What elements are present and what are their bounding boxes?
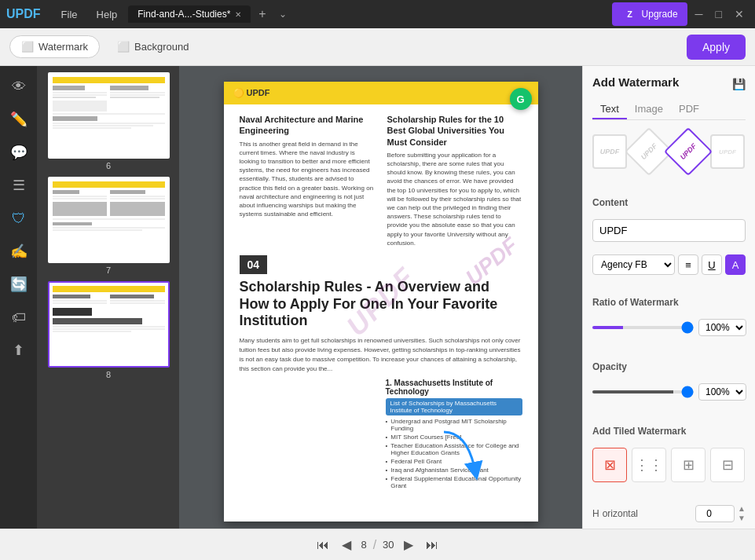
wm-style-3[interactable]: UPDF [664,127,713,176]
format-underline[interactable]: U [702,254,722,275]
doc-col-2: Scholarship Rules for the 10 Best Global… [387,114,522,247]
opacity-slider[interactable] [592,390,694,393]
tool-comment[interactable]: 💬 [5,138,33,167]
ratio-dropdown[interactable]: 100% [698,319,746,336]
page-current: 8 [361,539,366,551]
tab-dropdown-icon[interactable]: ⌄ [274,9,291,20]
nav-first[interactable]: ⏮ [313,536,332,554]
tab-pdf[interactable]: PDF [671,100,707,119]
horizontal-arrows: ▲ ▼ [738,504,746,523]
arrow-down[interactable]: ▼ [738,514,746,523]
content-input[interactable] [592,219,746,242]
user-avatar: Z [621,5,639,23]
sub-heading: 1. Massachusetts Institute of Technology [386,379,522,396]
tab-close-icon[interactable]: ✕ [235,10,241,19]
panel-save-icon[interactable]: 💾 [732,78,746,90]
tab-add-button[interactable]: + [254,7,270,21]
col2-heading: Scholarship Rules for the 10 Best Global… [387,114,522,148]
tiled-grid: ⊠ ⋮⋮ ⊞ ⊟ [592,448,746,482]
panel-tabs: Text Image PDF [592,100,746,120]
left-sidebar: 👁 ✏️ 💬 ☰ 🛡 ✍ 🔄 🏷 ⬆ [0,66,38,529]
format-color[interactable]: A [725,254,746,275]
thumbnail-6[interactable]: 6 [44,72,173,170]
body-text: Many students aim to get full scholarshi… [240,336,522,374]
apply-button[interactable]: Apply [687,35,746,60]
tool-convert[interactable]: 🔄 [5,270,33,298]
tool-edit[interactable]: ✏️ [5,105,33,134]
watermark-icon: ⬜ [21,41,34,53]
doc-logo: 🟡 UPDF [233,88,270,98]
toolbar: ⬜ Watermark ⬜ Background Apply [0,28,755,66]
tool-sign[interactable]: ✍ [5,237,33,265]
list-item-4: •Federal Pell Grant [386,458,522,465]
right-panel: Add Watermark 💾 Text Image PDF UPDF UPDF… [582,66,755,529]
horizontal-input[interactable] [695,505,735,522]
minimize-button[interactable]: ─ [691,6,708,22]
opacity-label: Opacity [592,361,746,372]
ratio-slider[interactable] [592,326,694,329]
menu-file[interactable]: File [53,5,86,24]
section-heading: Scholarship Rules - An Overview and How … [240,279,522,330]
wm-style-4[interactable]: UPDF [710,134,745,169]
tiled-item-1[interactable]: ⊠ [592,448,627,482]
format-align-left[interactable]: ≡ [678,254,698,275]
tiled-item-3[interactable]: ⊞ [671,448,706,482]
tab-image[interactable]: Image [627,100,671,119]
right-sub: 1. Massachusetts Institute of Technology… [386,379,522,491]
col1-heading: Naval Architecture and Marine Engineerin… [240,114,375,137]
background-icon: ⬜ [117,41,130,53]
nav-last[interactable]: ⏭ [423,536,442,554]
doc-col-1: Naval Architecture and Marine Engineerin… [240,114,375,247]
doc-header: 🟡 UPDF [224,82,538,104]
nav-prev[interactable]: ◀ [339,536,354,554]
ratio-row: 100% [592,319,746,336]
highlight-text: List of Scholarships by Massachusetts In… [386,398,522,415]
grammarly-badge[interactable]: G [510,88,532,110]
nav-next[interactable]: ▶ [401,536,416,554]
maximize-button[interactable]: □ [711,6,727,22]
app-logo: UPDF [6,7,41,21]
horizontal-label: H [592,508,599,519]
list-item-1: •Undergrad and Postgrad MIT Scholarship … [386,418,522,432]
tiled-item-4[interactable]: ⊟ [710,448,745,482]
arrow-up[interactable]: ▲ [738,504,746,514]
page-total: 30 [383,539,394,551]
main-content: 👁 ✏️ 💬 ☰ 🛡 ✍ 🔄 🏷 ⬆ [0,66,755,529]
tiled-label: Add Tiled Watermark [592,426,746,437]
tool-share[interactable]: ⬆ [5,336,33,364]
thumbnail-8[interactable]: 8 [44,281,173,379]
upgrade-button[interactable]: Z Upgrade [612,2,687,26]
thumb-num-7: 7 [106,265,111,275]
list-item-5: •Iraq and Afghanistan Service Grant [386,467,522,474]
page-separator: / [373,538,376,552]
list-item-6: •Federal Supplemental Educational Opport… [386,475,522,489]
panel-title: Add Watermark [592,75,679,89]
menu-help[interactable]: Help [89,5,126,24]
tiled-item-2[interactable]: ⋮⋮ [632,448,666,482]
col1-text: This is another great field in demand in… [240,140,375,219]
font-select[interactable]: Agency FB [592,254,675,275]
active-tab[interactable]: Find-and-A...-Studies* ✕ [128,5,251,23]
col2-text: Before submitting your application for a… [387,151,522,247]
font-row: Agency FB ≡ U A [592,254,746,275]
tool-protect[interactable]: 🛡 [5,204,33,232]
horizontal-row: H orizontal ▲ ▼ [592,504,746,523]
opacity-dropdown[interactable]: 100% [698,383,746,401]
bottom-bar: ⏮ ◀ 8 / 30 ▶ ⏭ [0,529,755,560]
thumbnail-7[interactable]: 7 [44,177,173,275]
wm-style-1[interactable]: UPDF [592,134,627,169]
tab-bar: Find-and-A...-Studies* ✕ + ⌄ [128,5,608,23]
close-button[interactable]: ✕ [730,6,749,22]
thumb-num-8: 8 [106,370,111,379]
watermark-styles: UPDF UPDF UPDF UPDF [592,134,746,169]
tab-text[interactable]: Text [592,100,627,119]
tool-form[interactable]: ☰ [5,171,33,199]
tool-stamp[interactable]: 🏷 [5,303,33,331]
opacity-row: 100% [592,383,746,401]
watermark-button[interactable]: ⬜ Watermark [9,35,100,58]
top-bar: UPDF File Help Find-and-A...-Studies* ✕ … [0,0,755,28]
document-area: UPDF 🟡 UPDF Naval Architecture and Marin… [179,66,582,529]
sub-section: 1. Massachusetts Institute of Technology… [240,379,522,491]
tool-view[interactable]: 👁 [5,72,33,101]
background-button[interactable]: ⬜ Background [106,36,200,57]
